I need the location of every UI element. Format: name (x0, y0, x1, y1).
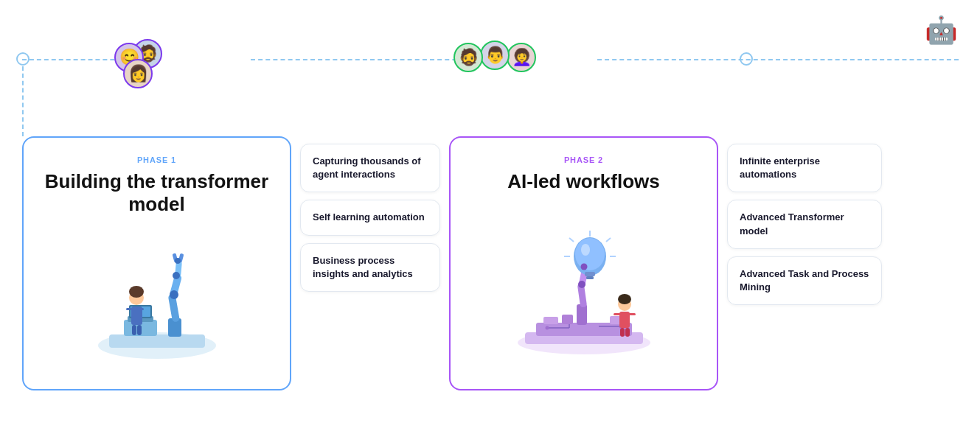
svg-line-43 (569, 238, 574, 242)
phase-2-label: PHASE 2 (564, 155, 603, 164)
right-feature-text-2: Advanced Transformer model (740, 211, 869, 237)
svg-rect-51 (628, 313, 636, 315)
avatar-2a: 🧔 (453, 43, 483, 72)
svg-point-46 (578, 281, 585, 288)
vertical-connector-line (22, 59, 24, 136)
svg-rect-33 (577, 304, 587, 325)
robot-icon: 🤖 (925, 15, 958, 46)
svg-rect-18 (136, 308, 144, 310)
avatar-1c: 👩 (123, 59, 153, 88)
svg-rect-49 (619, 312, 630, 328)
svg-point-47 (580, 264, 587, 270)
svg-point-37 (575, 238, 605, 270)
feature-box-3: Business process insights and analytics (300, 243, 440, 292)
svg-point-13 (173, 272, 180, 279)
phase-1-title: Building the transformer model (41, 170, 272, 216)
svg-rect-20 (137, 325, 142, 335)
dashed-line-right (597, 59, 959, 60)
svg-point-54 (618, 294, 631, 304)
right-feature-text-3: Advanced Task and Process Mining (740, 267, 869, 294)
right-feature-box-2: Advanced Transformer model (727, 200, 882, 248)
svg-rect-30 (543, 317, 558, 324)
feature-text-2: Self learning automation (313, 211, 428, 224)
svg-line-42 (606, 238, 611, 242)
avatar-cluster-phase2: 🧔 👨 👩‍🦱 (453, 43, 527, 80)
feature-text-3: Business process insights and analytics (313, 254, 428, 281)
svg-point-12 (170, 290, 178, 299)
svg-point-14 (175, 258, 181, 264)
svg-rect-31 (562, 315, 573, 324)
phase-2-card: PHASE 2 AI-led workflows (449, 136, 718, 390)
right-feature-text-1: Infinite enterprise automations (740, 155, 869, 181)
phase-1-card: PHASE 1 Building the transformer model (22, 136, 291, 390)
right-feature-box-1: Infinite enterprise automations (727, 144, 882, 192)
phase-1-label: PHASE 1 (137, 155, 176, 164)
svg-rect-50 (614, 313, 621, 315)
svg-rect-40 (586, 276, 594, 279)
svg-rect-19 (132, 325, 136, 335)
phase-2-illustration (468, 208, 699, 371)
svg-rect-53 (625, 328, 630, 337)
svg-rect-1 (109, 334, 205, 348)
phase-2-title: AI-led workflows (507, 170, 660, 193)
middle-feature-column: Capturing thousands of agent interaction… (300, 136, 440, 390)
svg-rect-39 (585, 272, 595, 276)
svg-point-28 (545, 326, 549, 330)
svg-point-21 (129, 286, 144, 298)
right-feature-box-3: Advanced Task and Process Mining (727, 256, 882, 305)
feature-box-1: Capturing thousands of agent interaction… (300, 144, 440, 192)
avatar-2b: 👨 (480, 41, 510, 70)
svg-rect-52 (620, 328, 625, 337)
avatar-2c: 👩‍🦱 (507, 43, 536, 72)
avatar-cluster-phase1: 😊 🧔 👩 (114, 43, 162, 87)
svg-point-38 (581, 244, 590, 256)
feature-box-2: Self learning automation (300, 200, 440, 235)
feature-text-1: Capturing thousands of agent interaction… (313, 155, 428, 181)
main-content-area: PHASE 1 Building the transformer model (22, 136, 958, 390)
svg-rect-17 (126, 308, 133, 310)
phase-1-illustration (41, 231, 272, 371)
right-feature-column: Infinite enterprise automations Advanced… (727, 136, 882, 390)
